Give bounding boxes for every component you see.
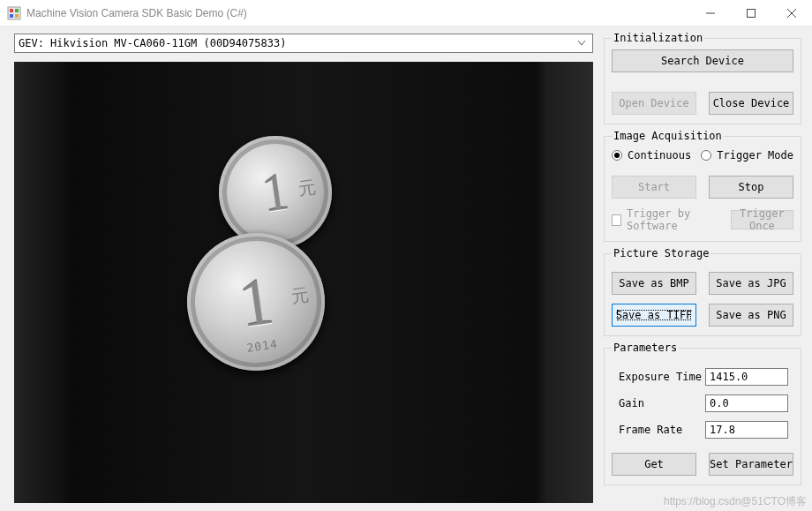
svg-rect-3 <box>10 14 13 18</box>
close-button[interactable] <box>771 0 812 26</box>
close-device-button[interactable]: Close Device <box>709 92 793 115</box>
svg-rect-2 <box>15 9 19 12</box>
minimize-button[interactable] <box>690 0 731 26</box>
window-controls <box>690 0 812 26</box>
group-picture-storage: Picture Storage Save as BMP Save as JPG … <box>604 247 801 336</box>
save-bmp-button[interactable]: Save as BMP <box>612 272 696 295</box>
radio-label: Continuous <box>628 149 691 162</box>
svg-rect-6 <box>748 9 756 17</box>
chevron-down-icon <box>575 35 589 51</box>
button-label: Save as TIFF <box>616 309 693 321</box>
svg-rect-4 <box>15 14 19 18</box>
start-button[interactable]: Start <box>612 176 696 199</box>
button-label: Save as PNG <box>716 309 786 321</box>
save-png-button[interactable]: Save as PNG <box>709 304 793 327</box>
app-icon <box>7 6 21 20</box>
group-image-acquisition: Image Acquisition Continuous Trigger Mod… <box>604 130 801 242</box>
button-label: Get <box>644 458 664 470</box>
button-label: Start <box>638 181 670 193</box>
set-parameters-button[interactable]: Set Parameter <box>709 453 793 476</box>
param-label-exposure: Exposure Time <box>619 371 705 383</box>
group-legend: Image Acquisition <box>612 130 724 142</box>
button-label: Save as JPG <box>716 277 786 289</box>
stop-button[interactable]: Stop <box>709 176 793 199</box>
group-legend: Parameters <box>612 342 679 354</box>
group-initialization: Initialization Search Device Open Device… <box>604 32 801 124</box>
radio-dot-icon <box>612 150 622 161</box>
radio-label: Trigger Mode <box>717 149 793 162</box>
button-label: Trigger Once <box>732 207 793 232</box>
group-legend: Initialization <box>612 32 704 44</box>
checkbox-label: Trigger by Software <box>627 207 726 232</box>
button-label: Set Parameter <box>710 458 793 470</box>
coin-unit: 元 <box>289 282 311 309</box>
gain-input[interactable] <box>705 395 788 412</box>
group-legend: Picture Storage <box>612 247 710 259</box>
device-select-value: GEV: Hikvision MV-CA060-11GM (00D9407583… <box>19 37 575 49</box>
exposure-time-input[interactable] <box>705 368 788 386</box>
get-parameters-button[interactable]: Get <box>612 453 696 476</box>
camera-preview: 1 元 1 元 2014 <box>14 62 593 503</box>
coin-unit: 元 <box>297 175 318 201</box>
save-jpg-button[interactable]: Save as JPG <box>709 272 793 295</box>
coin-denomination: 1 <box>259 164 292 221</box>
button-label: Close Device <box>713 97 790 109</box>
window-title: Machine Vision Camera SDK Basic Demo (C#… <box>26 7 690 19</box>
preview-image: 1 元 1 元 2014 <box>14 62 593 503</box>
trigger-once-button[interactable]: Trigger Once <box>731 210 793 229</box>
frame-rate-input[interactable] <box>705 421 788 439</box>
radio-trigger-mode[interactable]: Trigger Mode <box>701 149 793 162</box>
button-label: Open Device <box>619 97 688 109</box>
button-label: Search Device <box>661 55 744 67</box>
coin-object: 1 元 2014 <box>178 224 334 379</box>
button-label: Save as BMP <box>619 277 688 289</box>
checkbox-trigger-software[interactable] <box>612 214 621 226</box>
button-label: Stop <box>739 181 764 193</box>
window-titlebar: Machine Vision Camera SDK Basic Demo (C#… <box>0 0 812 26</box>
param-label-gain: Gain <box>619 397 705 410</box>
open-device-button[interactable]: Open Device <box>612 92 696 115</box>
watermark-text: https://blog.csdn@51CTO博客 <box>664 494 807 509</box>
svg-rect-1 <box>10 9 13 12</box>
maximize-button[interactable] <box>731 0 771 26</box>
radio-continuous[interactable]: Continuous <box>612 149 691 162</box>
search-device-button[interactable]: Search Device <box>612 49 793 72</box>
coin-denomination: 1 <box>235 267 277 338</box>
radio-dot-icon <box>701 150 711 161</box>
save-tiff-button[interactable]: Save as TIFF <box>612 304 696 327</box>
param-label-framerate: Frame Rate <box>619 424 705 436</box>
device-select[interactable]: GEV: Hikvision MV-CA060-11GM (00D9407583… <box>14 34 593 53</box>
group-parameters: Parameters Exposure Time Gain Frame Rate… <box>604 342 801 485</box>
